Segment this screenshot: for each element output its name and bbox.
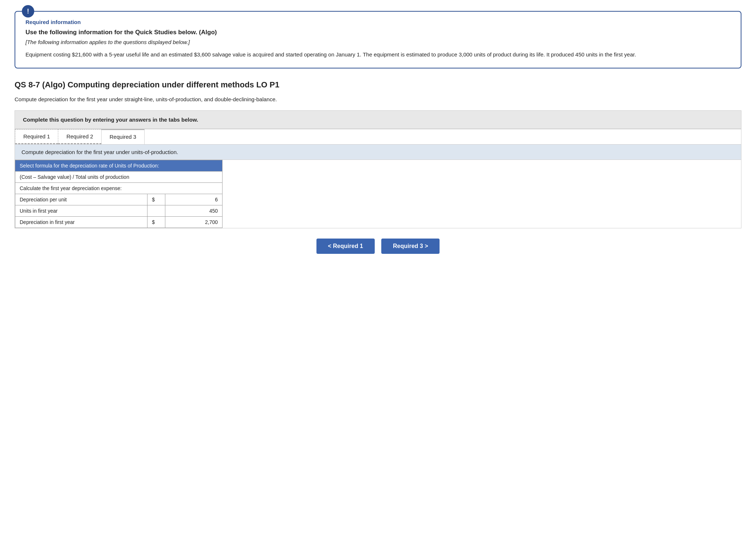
- info-body: Equipment costing $21,600 with a 5-year …: [25, 50, 731, 59]
- row-label-dep-first-year: Depreciation in first year: [15, 217, 147, 228]
- formula-cell: (Cost – Salvage value) / Total units of …: [15, 172, 223, 183]
- tabs-area: Required 1 Required 2 Required 3 Compute…: [15, 129, 741, 228]
- info-icon: !: [22, 5, 34, 17]
- required-information-label: Required information: [25, 19, 731, 25]
- tab-required-3[interactable]: Required 3: [101, 129, 145, 144]
- row-dollar-dep-first-year: $: [147, 217, 165, 228]
- tab-description: Compute depreciation for the first year …: [15, 145, 741, 160]
- row-dollar-units-first-year: [147, 205, 165, 217]
- tabs-row: Required 1 Required 2 Required 3: [15, 129, 741, 145]
- table-row: Units in first year 450: [15, 205, 223, 217]
- complete-box: Complete this question by entering your …: [15, 110, 741, 129]
- row-label-dep-per-unit: Depreciation per unit: [15, 194, 147, 205]
- row-value-dep-per-unit: 6: [165, 194, 222, 205]
- calc-label-cell: Calculate the first year depreciation ex…: [15, 183, 223, 194]
- info-box: ! Required information Use the following…: [15, 11, 741, 68]
- section-heading: QS 8-7 (Algo) Computing depreciation und…: [15, 80, 741, 90]
- next-button[interactable]: Required 3 >: [381, 239, 440, 254]
- depreciation-table: Select formula for the depreciation rate…: [15, 160, 223, 228]
- section-desc: Compute depreciation for the first year …: [15, 96, 741, 102]
- calc-label-row: Calculate the first year depreciation ex…: [15, 183, 223, 194]
- tab-required-2[interactable]: Required 2: [58, 129, 101, 144]
- table-header-cell: Select formula for the depreciation rate…: [15, 160, 223, 172]
- button-row: < Required 1 Required 3 >: [15, 239, 741, 254]
- info-title: Use the following information for the Qu…: [25, 29, 731, 36]
- row-value-units-first-year: 450: [165, 205, 222, 217]
- formula-row: (Cost – Salvage value) / Total units of …: [15, 172, 223, 183]
- row-label-units-first-year: Units in first year: [15, 205, 147, 217]
- row-dollar-dep-per-unit: $: [147, 194, 165, 205]
- table-row: Depreciation in first year $ 2,700: [15, 217, 223, 228]
- info-subtitle: [The following information applies to th…: [25, 39, 731, 45]
- tab-required-1[interactable]: Required 1: [15, 129, 58, 144]
- row-value-dep-first-year: 2,700: [165, 217, 222, 228]
- table-row: Depreciation per unit $ 6: [15, 194, 223, 205]
- table-header-row: Select formula for the depreciation rate…: [15, 160, 223, 172]
- prev-button[interactable]: < Required 1: [316, 239, 375, 254]
- tab-content-area: Compute depreciation for the first year …: [15, 145, 741, 228]
